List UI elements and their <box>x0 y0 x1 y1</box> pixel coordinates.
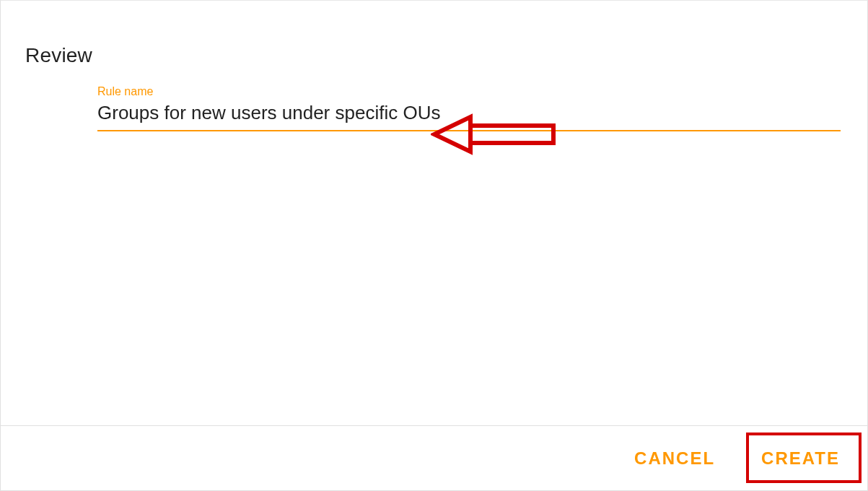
dialog-button-bar: CANCEL CREATE <box>1 425 867 490</box>
dialog-content: Review Rule name <box>1 1 867 425</box>
rule-name-field: Rule name <box>97 84 841 131</box>
rule-name-input-wrap <box>97 101 841 131</box>
create-button[interactable]: CREATE <box>748 440 853 477</box>
rule-name-input[interactable] <box>97 101 841 126</box>
rule-name-label: Rule name <box>97 84 841 100</box>
section-title: Review <box>25 44 843 67</box>
review-dialog: Review Rule name CANCEL CREATE <box>0 0 868 491</box>
cancel-button[interactable]: CANCEL <box>621 440 728 477</box>
